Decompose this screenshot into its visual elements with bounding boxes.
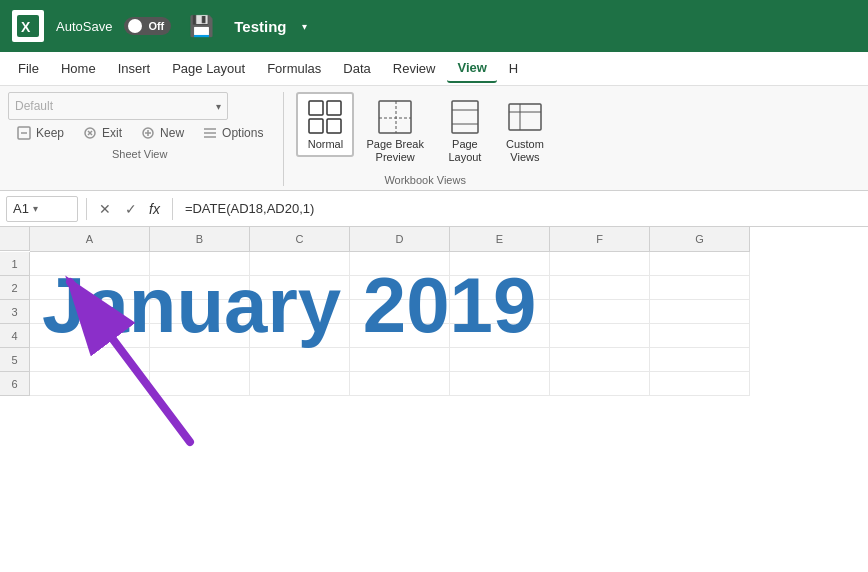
cell-g2[interactable] bbox=[650, 276, 750, 300]
menu-view[interactable]: View bbox=[447, 54, 496, 83]
col-header-d[interactable]: D bbox=[350, 227, 450, 251]
row-header-2[interactable]: 2 bbox=[0, 276, 29, 300]
ribbon-section-sheet-view: Default ▾ Keep Exit bbox=[8, 92, 284, 186]
svg-text:X: X bbox=[21, 19, 31, 35]
normal-label: Normal bbox=[308, 138, 343, 151]
workbook-views-section-label: Workbook Views bbox=[296, 174, 553, 186]
sheet-view-dropdown[interactable]: Default ▾ bbox=[8, 92, 228, 120]
view-normal-button[interactable]: Normal bbox=[296, 92, 354, 157]
page-layout-icon bbox=[446, 98, 484, 136]
cell-g3[interactable] bbox=[650, 300, 750, 324]
menu-review[interactable]: Review bbox=[383, 55, 446, 82]
cell-e5[interactable] bbox=[450, 348, 550, 372]
custom-views-label: CustomViews bbox=[506, 138, 544, 164]
filename-dropdown-arrow[interactable]: ▾ bbox=[302, 21, 307, 32]
menu-bar: File Home Insert Page Layout Formulas Da… bbox=[0, 52, 868, 86]
cell-b6[interactable] bbox=[150, 372, 250, 396]
page-layout-label: PageLayout bbox=[448, 138, 481, 164]
col-header-f[interactable]: F bbox=[550, 227, 650, 251]
cell-d5[interactable] bbox=[350, 348, 450, 372]
corner-header bbox=[0, 227, 30, 251]
menu-page-layout[interactable]: Page Layout bbox=[162, 55, 255, 82]
toggle-off-label: Off bbox=[145, 20, 167, 32]
menu-file[interactable]: File bbox=[8, 55, 49, 82]
row-header-4[interactable]: 4 bbox=[0, 324, 29, 348]
sheet-view-options-button[interactable]: Options bbox=[194, 122, 271, 144]
menu-help[interactable]: H bbox=[499, 55, 528, 82]
cell-f2[interactable] bbox=[550, 276, 650, 300]
formula-input[interactable]: =DATE(AD18,AD20,1) bbox=[181, 201, 862, 216]
exit-label: Exit bbox=[102, 126, 122, 140]
data-section: 1 2 3 4 5 6 bbox=[0, 252, 868, 396]
row-header-5[interactable]: 5 bbox=[0, 348, 29, 372]
menu-data[interactable]: Data bbox=[333, 55, 380, 82]
keep-icon bbox=[16, 125, 32, 141]
data-row-6 bbox=[30, 372, 868, 396]
file-name: Testing bbox=[234, 18, 286, 35]
svg-rect-23 bbox=[509, 104, 541, 130]
ribbon: Default ▾ Keep Exit bbox=[0, 86, 868, 191]
view-page-layout-button[interactable]: PageLayout bbox=[436, 92, 494, 170]
cell-f4[interactable] bbox=[550, 324, 650, 348]
page-break-preview-icon bbox=[376, 98, 414, 136]
menu-home[interactable]: Home bbox=[51, 55, 106, 82]
col-header-a[interactable]: A bbox=[30, 227, 150, 251]
sheet-view-wrapper: Default ▾ Keep Exit bbox=[8, 92, 271, 144]
fx-label[interactable]: fx bbox=[149, 201, 160, 217]
ribbon-section-workbook-views: Normal Page BreakPreview PageLayout bbox=[296, 92, 553, 186]
cell-grid: January 2019 bbox=[30, 252, 868, 396]
row-header-3[interactable]: 3 bbox=[0, 300, 29, 324]
new-label: New bbox=[160, 126, 184, 140]
view-page-break-preview-button[interactable]: Page BreakPreview bbox=[356, 92, 433, 170]
col-header-e[interactable]: E bbox=[450, 227, 550, 251]
sheet-view-exit-button[interactable]: Exit bbox=[74, 122, 130, 144]
cell-f5[interactable] bbox=[550, 348, 650, 372]
cell-d6[interactable] bbox=[350, 372, 450, 396]
svg-rect-13 bbox=[309, 101, 323, 115]
cell-f3[interactable] bbox=[550, 300, 650, 324]
cell-c6[interactable] bbox=[250, 372, 350, 396]
row-header-6[interactable]: 6 bbox=[0, 372, 29, 396]
view-custom-views-button[interactable]: CustomViews bbox=[496, 92, 554, 170]
svg-rect-16 bbox=[327, 119, 341, 133]
col-header-g[interactable]: G bbox=[650, 227, 750, 251]
svg-rect-15 bbox=[309, 119, 323, 133]
col-headers: A B C D E F G bbox=[30, 227, 750, 252]
cell-g5[interactable] bbox=[650, 348, 750, 372]
cell-f6[interactable] bbox=[550, 372, 650, 396]
cell-a5[interactable] bbox=[30, 348, 150, 372]
cell-b5[interactable] bbox=[150, 348, 250, 372]
col-header-b[interactable]: B bbox=[150, 227, 250, 251]
cell-g6[interactable] bbox=[650, 372, 750, 396]
new-icon bbox=[140, 125, 156, 141]
cell-g1[interactable] bbox=[650, 252, 750, 276]
row-header-1[interactable]: 1 bbox=[0, 252, 29, 276]
svg-rect-17 bbox=[379, 101, 411, 133]
custom-views-icon bbox=[506, 98, 544, 136]
cell-g4[interactable] bbox=[650, 324, 750, 348]
cell-ref-value: A1 bbox=[13, 201, 29, 216]
cell-content-january-2019: January 2019 bbox=[42, 260, 536, 351]
cell-c5[interactable] bbox=[250, 348, 350, 372]
menu-formulas[interactable]: Formulas bbox=[257, 55, 331, 82]
cell-reference-box[interactable]: A1 ▾ bbox=[6, 196, 78, 222]
autosave-toggle[interactable]: Off bbox=[124, 17, 171, 35]
save-icon[interactable]: 💾 bbox=[189, 14, 214, 38]
svg-rect-14 bbox=[327, 101, 341, 115]
formula-divider-2 bbox=[172, 198, 173, 220]
exit-icon bbox=[82, 125, 98, 141]
formula-confirm-icon[interactable]: ✓ bbox=[121, 199, 141, 219]
sheet-view-new-button[interactable]: New bbox=[132, 122, 192, 144]
row-headers: 1 2 3 4 5 6 bbox=[0, 252, 30, 396]
cell-f1[interactable] bbox=[550, 252, 650, 276]
sheet-view-keep-button[interactable]: Keep bbox=[8, 122, 72, 144]
workbook-views-content: Normal Page BreakPreview PageLayout bbox=[296, 92, 553, 170]
formula-icons: ✕ ✓ bbox=[95, 199, 141, 219]
cell-e6[interactable] bbox=[450, 372, 550, 396]
cell-a6[interactable] bbox=[30, 372, 150, 396]
formula-cancel-icon[interactable]: ✕ bbox=[95, 199, 115, 219]
cell-ref-dropdown-arrow[interactable]: ▾ bbox=[33, 203, 38, 214]
options-label: Options bbox=[222, 126, 263, 140]
menu-insert[interactable]: Insert bbox=[108, 55, 161, 82]
col-header-c[interactable]: C bbox=[250, 227, 350, 251]
